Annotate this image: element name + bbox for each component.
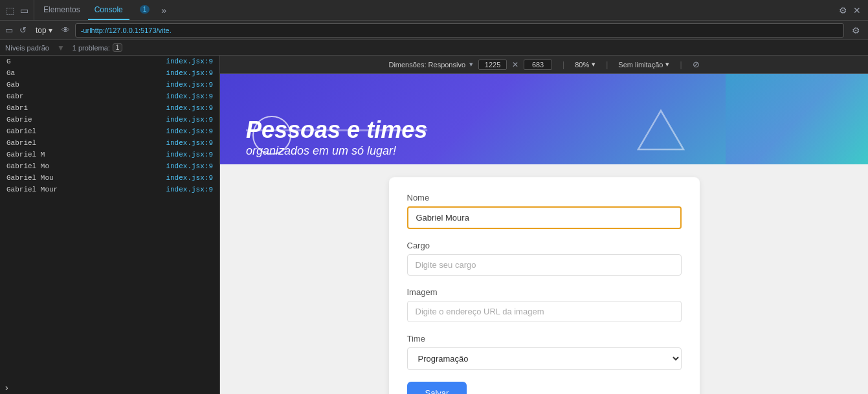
hero-photo-inner xyxy=(726,74,868,164)
tab-counter[interactable]: 1 xyxy=(131,0,157,20)
no-throttle-icon[interactable]: ⊘ xyxy=(693,60,700,69)
console-row[interactable]: Gindex.jsx:9 xyxy=(0,56,219,67)
console-row[interactable]: Gabriel Mouindex.jsx:9 xyxy=(0,172,219,184)
console-row[interactable]: Gabriel Mourindex.jsx:9 xyxy=(0,184,219,195)
issues-text: 1 problema: xyxy=(72,44,110,52)
issues-bar: Níveis padrão ▼ 1 problema: 1 xyxy=(0,40,868,56)
imagem-input[interactable] xyxy=(407,301,682,322)
addr-gear-icon[interactable]: ⚙ xyxy=(848,24,864,37)
toolbar-left-icons: ⬚ ▭ xyxy=(0,0,34,20)
top-label: top xyxy=(36,26,47,35)
console-panel: Gindex.jsx:9Gaindex.jsx:9Gabindex.jsx:9G… xyxy=(0,56,220,394)
toolbar-right-icons: ⚙ ✕ xyxy=(832,5,868,16)
inspect-icon[interactable]: ⬚ xyxy=(4,5,16,16)
console-row[interactable]: Gabindex.jsx:9 xyxy=(0,79,219,91)
nome-input[interactable] xyxy=(407,206,682,229)
zoom-value: 80% xyxy=(575,61,589,69)
console-row[interactable]: Gabriel Mindex.jsx:9 xyxy=(0,149,219,160)
counter-badge: 1 xyxy=(140,5,150,14)
cargo-label: Cargo xyxy=(407,241,682,250)
console-cursor: › xyxy=(0,381,219,394)
nome-label: Nome xyxy=(407,193,682,202)
dimensions-bar: Dimensões: Responsivo ▾ ✕ | 80% ▾ | Sem … xyxy=(220,56,868,74)
devtools-toolbar: ⬚ ▭ Elementos Console 1 » ⚙ ✕ xyxy=(0,0,868,21)
preview-panel: Dimensões: Responsivo ▾ ✕ | 80% ▾ | Sem … xyxy=(220,56,868,394)
settings-icon[interactable]: ⚙ xyxy=(837,5,849,16)
tabs-more-icon[interactable]: » xyxy=(157,5,170,16)
tab-console[interactable]: Console xyxy=(88,0,129,20)
dim-height-input[interactable] xyxy=(524,60,552,70)
console-row[interactable]: Gabriindex.jsx:9 xyxy=(0,102,219,114)
dim-no-limit[interactable]: Sem limitação ▾ xyxy=(618,60,669,69)
time-group: Time ProgramaçãoDesignMarketingGestão xyxy=(407,334,682,370)
console-row[interactable]: Gaindex.jsx:9 xyxy=(0,67,219,79)
eye-icon[interactable]: 👁 xyxy=(60,24,71,36)
triangle-shape xyxy=(635,107,687,155)
time-label: Time xyxy=(407,334,682,344)
dim-label-arrow: ▾ xyxy=(469,60,473,69)
circle-shape xyxy=(252,116,291,155)
address-bar: ▭ ↺ top ▾ 👁 ⚙ xyxy=(0,21,868,40)
tab-elementos[interactable]: Elementos xyxy=(37,0,87,20)
cargo-group: Cargo xyxy=(407,241,682,276)
hero-section: Pessoas e times organizados em um só lug… xyxy=(220,74,868,164)
top-dropdown[interactable]: top ▾ xyxy=(32,25,56,36)
time-select[interactable]: ProgramaçãoDesignMarketingGestão xyxy=(407,347,682,370)
device-icon[interactable]: ▭ xyxy=(18,5,30,16)
console-row[interactable]: Gabriel Moindex.jsx:9 xyxy=(0,160,219,172)
issues-badge[interactable]: 1 problema: 1 xyxy=(72,43,123,52)
console-row[interactable]: Gabrindex.jsx:9 xyxy=(0,91,219,102)
imagem-group: Imagem xyxy=(407,287,682,322)
console-row[interactable]: Gabrielindex.jsx:9 xyxy=(0,137,219,149)
console-list: Gindex.jsx:9Gaindex.jsx:9Gabindex.jsx:9G… xyxy=(0,56,219,381)
devtools-tabs: Elementos Console 1 » xyxy=(34,0,173,20)
no-limit-arrow: ▾ xyxy=(665,60,669,69)
dim-width-input[interactable] xyxy=(478,60,507,70)
dim-separator3: | xyxy=(680,60,682,69)
submit-button[interactable]: Salvar xyxy=(407,382,467,394)
console-row[interactable]: Gabrielindex.jsx:9 xyxy=(0,126,219,137)
close-icon[interactable]: ✕ xyxy=(851,5,863,16)
cargo-input[interactable] xyxy=(407,254,682,276)
dim-separator2: | xyxy=(606,60,608,69)
dim-label: Dimensões: Responsivo xyxy=(388,61,465,69)
no-limit-label: Sem limitação xyxy=(618,61,663,69)
refresh-icon[interactable]: ↺ xyxy=(18,24,28,36)
form-card: Nome Cargo Imagem Time ProgramaçãoDesign… xyxy=(389,177,700,394)
main-split: Gindex.jsx:9Gaindex.jsx:9Gabindex.jsx:9G… xyxy=(0,56,868,394)
issue-count: 1 xyxy=(113,43,123,52)
dim-zoom[interactable]: 80% ▾ xyxy=(575,60,595,69)
url-input[interactable] xyxy=(75,23,844,38)
dim-x-separator: ✕ xyxy=(512,60,518,69)
svg-marker-0 xyxy=(638,111,684,149)
dropdown-arrow: ▾ xyxy=(49,26,52,35)
imagem-label: Imagem xyxy=(407,287,682,297)
dim-separator: | xyxy=(562,60,564,69)
issues-levels-label: Níveis padrão xyxy=(5,44,49,52)
screen-icon[interactable]: ▭ xyxy=(4,24,14,36)
dim-responsive: Dimensões: Responsivo ▾ xyxy=(388,60,473,69)
zoom-arrow: ▾ xyxy=(592,60,595,69)
hero-photo xyxy=(726,74,868,164)
console-row[interactable]: Gabrieindex.jsx:9 xyxy=(0,114,219,126)
form-section: Nome Cargo Imagem Time ProgramaçãoDesign… xyxy=(220,164,868,394)
issues-separator: ▼ xyxy=(57,43,65,52)
nome-group: Nome xyxy=(407,193,682,229)
